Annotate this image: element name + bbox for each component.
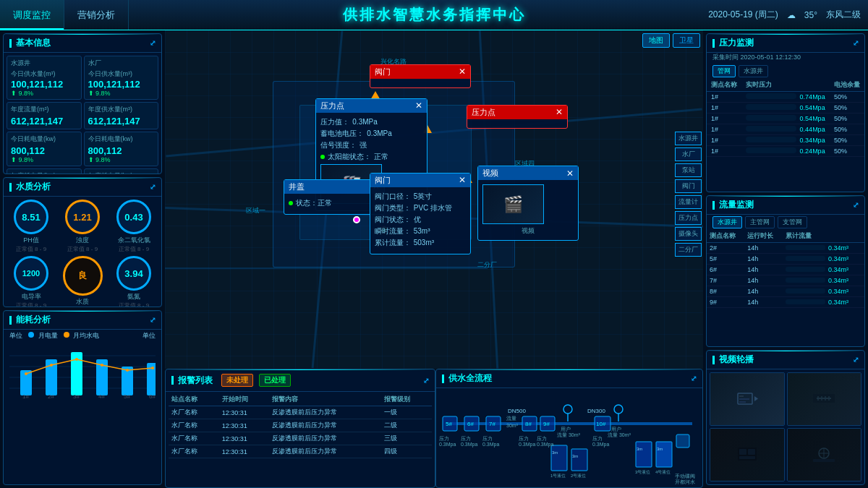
expand-icon-pressure[interactable]: ⤢ [853, 39, 859, 47]
popup-p1-row1: 压力值： 0.3MPa [320, 117, 422, 127]
svg-rect-80 [739, 449, 746, 455]
video-thumb-1[interactable] [710, 372, 785, 426]
map-area[interactable]: 兴化名路 区域一 区域四 二分厂 地图 卫星 水源井 水厂 泵站 阀门 流量计 … [165, 30, 703, 369]
svg-text:0.3Mpa: 0.3Mpa [482, 442, 499, 448]
pressure-row-5: 1# 0.34Mpa 50% [707, 135, 864, 146]
flow-tab-main[interactable]: 主管网 [745, 216, 775, 228]
status-processed[interactable]: 已处理 [259, 374, 291, 387]
water-quality-section: 水质分析 ⤢ 8.51 PH值 正常值 8 - 9 1.21 浊度 正常值 8 … [3, 177, 162, 307]
map-nav-plant[interactable]: 水厂 [675, 147, 702, 161]
center-panel: 兴化名路 区域一 区域四 二分厂 地图 卫星 水源井 水厂 泵站 阀门 流量计 … [165, 30, 703, 488]
date-display: 2020-05-19 (周二) [708, 9, 778, 21]
pressure-row-6: 1# 0.24Mpa 50% [707, 146, 864, 157]
gauge-circle-chlorine: 0.43 [116, 200, 151, 234]
svg-text:DN300: DN300 [587, 408, 605, 414]
wind: 东风二级 [826, 9, 861, 21]
video-thumb-4[interactable] [787, 428, 862, 481]
svg-point-8 [126, 369, 129, 372]
gauge-chlorine: 0.43 余二氧化氯 正常值 8 - 9 [109, 200, 158, 253]
page-title: 供排水智慧水务指挥中心 [343, 5, 526, 25]
alert-table-area: 站点名称 开始时间 报警内容 报警级别 水厂名称 12:30:31 反渗透膜前后… [166, 392, 435, 488]
pressure-row-2: 1# 0.54Mpa 50% [707, 103, 864, 114]
map-nav-pump[interactable]: 泵站 [675, 163, 702, 177]
map-nav-drain[interactable]: 二分厂 [675, 243, 702, 257]
alert-section: 报警列表 未处理 已处理 ⤢ 站点名称 开始时间 报警内容 [165, 369, 435, 488]
alert-row-1: 水厂名称 12:30:31 反渗透膜前后压力异常 一级 [169, 406, 432, 419]
map-btn-satellite[interactable]: 卫星 [673, 33, 700, 48]
pressure-monitor-title: 压力监测 ⤢ [707, 34, 864, 53]
status-unprocessed[interactable]: 未处理 [221, 374, 253, 387]
svg-text:流量: 流量 [506, 416, 516, 421]
flow-table-body: 2# 14h 0.34m³ 5# 14h 0.34m³ 6# 14h [707, 243, 864, 308]
left-panel: 基本信息 ⤢ 水源井 今日供水量(m³) 100,121,112 ⬆ 9.8% … [0, 30, 165, 488]
pressure-bar-4 [746, 126, 796, 132]
info-card-source-well: 水源井 今日供水量(m³) 100,121,112 ⬆ 9.8% [7, 56, 82, 100]
popup-valve2-header: 阀门 ✕ [370, 174, 470, 187]
video-thumb-3[interactable] [710, 428, 785, 481]
video-thumb-2[interactable] [787, 372, 862, 426]
expand-icon[interactable]: ⤢ [150, 39, 156, 47]
weather-icon: ☁ [787, 10, 796, 20]
pressure-tab-network[interactable]: 管网 [712, 65, 736, 77]
tab-dispatch[interactable]: 调度监控 [0, 0, 64, 30]
map-btn-map[interactable]: 地图 [642, 33, 670, 48]
svg-text:9#: 9# [543, 421, 550, 427]
expand-icon-wq[interactable]: ⤢ [150, 183, 156, 191]
legend-avg: 月均水电 [64, 331, 100, 341]
flow-bar-6 [786, 299, 825, 304]
svg-text:5#: 5# [124, 393, 130, 399]
y-label-left: 单位 [9, 331, 22, 341]
info-card-annual-water: 年度供水量(m³) 612,121,147 [84, 102, 159, 129]
popup-pressure1-close[interactable]: ✕ [415, 100, 422, 111]
tab-marketing[interactable]: 营销分析 [64, 0, 129, 30]
popup-pressure1-header: 压力点 ✕ [316, 99, 427, 113]
pressure-bar-3 [746, 115, 796, 121]
popup-pressure2-close[interactable]: ✕ [556, 107, 563, 117]
svg-text:0.3Mpa: 0.3Mpa [461, 442, 477, 448]
gauge-circle-ph: 8.51 [14, 200, 48, 234]
svg-point-4 [25, 372, 27, 375]
legend-dot-monthly [28, 332, 34, 338]
map-nav-valve[interactable]: 阀门 [675, 179, 702, 193]
svg-point-7 [101, 364, 103, 367]
map-nav-source[interactable]: 水源井 [675, 132, 702, 145]
svg-text:3m: 3m [657, 447, 663, 451]
popup-video: 视频 ✕ 🎬 视频 [477, 166, 579, 241]
svg-text:压力: 压力 [439, 436, 449, 441]
svg-text:1号液位: 1号液位 [550, 473, 566, 478]
popup-valve2-close[interactable]: ✕ [459, 175, 466, 185]
basic-info-section: 基本信息 ⤢ 水源井 今日供水量(m³) 100,121,112 ⬆ 9.8% … [3, 33, 162, 174]
svg-text:0.3Mpa: 0.3Mpa [519, 442, 535, 448]
map-nav-meter[interactable]: 流量计 [675, 195, 702, 209]
svg-rect-54 [571, 449, 587, 471]
map-nav-camera[interactable]: 摄像头 [675, 227, 702, 241]
alert-row-4: 水厂名称 12:30:31 反渗透膜前后压力异常 四级 [169, 445, 432, 458]
expand-icon-flow[interactable]: ⤢ [691, 374, 697, 382]
expand-icon-flowmon[interactable]: ⤢ [853, 201, 859, 209]
svg-text:30m³: 30m³ [506, 423, 519, 428]
flow-tab-source[interactable]: 水源井 [712, 216, 742, 228]
map-side-nav: 水源井 水厂 泵站 阀门 流量计 压力点 摄像头 二分厂 [675, 132, 702, 257]
svg-text:0.3Mpa: 0.3Mpa [537, 442, 553, 448]
pressure-tabs: 管网 水源井 [707, 64, 864, 79]
flow-row-4: 7# 14h 0.34m³ [707, 275, 864, 286]
popup-v2-r4: 瞬时流量： 53m³ [375, 226, 466, 236]
svg-rect-72 [739, 401, 746, 403]
popup-video-close[interactable]: ✕ [566, 168, 574, 179]
pressure-tab-source[interactable]: 水源井 [739, 65, 768, 77]
video-placeholder-4 [788, 429, 861, 481]
expand-icon-energy[interactable]: ⤢ [150, 316, 156, 324]
svg-text:流量 30m³: 流量 30m³ [608, 432, 631, 437]
expand-icon-alert[interactable]: ⤢ [423, 377, 429, 385]
popup-valve1-close[interactable]: ✕ [459, 67, 466, 77]
map-nav-pressure[interactable]: 压力点 [675, 211, 702, 225]
legend-dot-avg [64, 332, 69, 338]
pressure-table: 测点名称 实时压力 电池余量 1# 0.74Mpa 50% 1# [707, 79, 864, 157]
expand-icon-video[interactable]: ⤢ [853, 356, 859, 364]
popup-dot-status [320, 155, 325, 159]
pressure-row-1: 1# 0.74Mpa 50% [707, 92, 864, 103]
flow-tab-branch[interactable]: 支管网 [778, 216, 807, 228]
svg-rect-82 [739, 456, 755, 459]
svg-text:压力: 压力 [592, 436, 603, 441]
video-grid [707, 369, 864, 484]
